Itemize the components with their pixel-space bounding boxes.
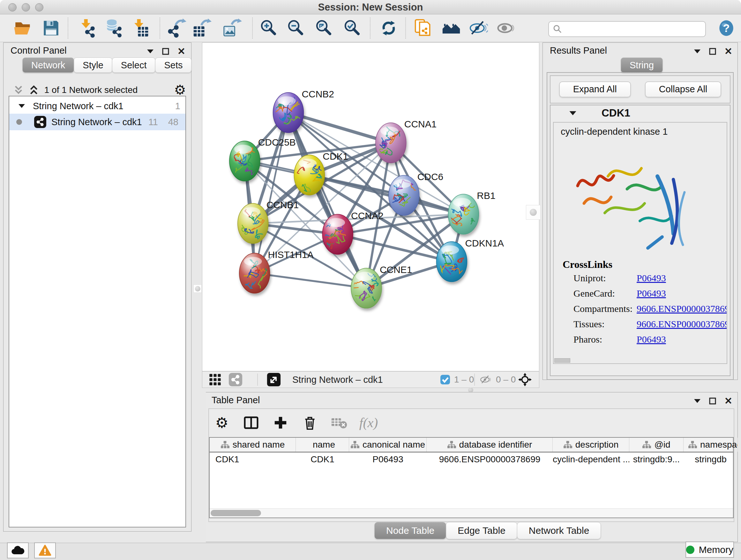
export-image-button[interactable] — [222, 18, 243, 38]
column-header--id[interactable]: @id — [629, 438, 684, 452]
left-splitter-handle[interactable] — [193, 285, 202, 293]
grid-view-button[interactable] — [209, 372, 221, 388]
zoom-out-button[interactable] — [285, 18, 306, 38]
tab-node-table[interactable]: Node Table — [374, 522, 446, 539]
crosslink-tissues-link[interactable]: 9606.ENSP00000378699 — [636, 319, 727, 329]
expanded-triangle-icon[interactable] — [18, 104, 25, 109]
node-ccne1[interactable] — [351, 268, 382, 308]
birdseye-button[interactable] — [518, 372, 532, 388]
add-column-button[interactable] — [271, 415, 290, 430]
delete-column-button[interactable] — [300, 415, 320, 430]
tab-string[interactable]: String — [621, 57, 663, 73]
show-columns-button[interactable] — [242, 415, 261, 430]
table-tabs: Node TableEdge TableNetwork Table — [375, 522, 601, 539]
results-scrollbar-thumb[interactable] — [554, 358, 570, 363]
network-files-button[interactable] — [413, 18, 433, 38]
cell-shared-name[interactable]: CDK1 — [210, 454, 296, 464]
collapse-panel-icon[interactable] — [694, 398, 701, 403]
show-all-button[interactable] — [496, 18, 516, 38]
fit-content-button[interactable] — [313, 18, 334, 38]
zoom-in-button[interactable] — [258, 18, 279, 38]
warnings-button[interactable] — [34, 543, 56, 558]
tab-edge-table[interactable]: Edge Table — [446, 522, 517, 539]
search-input[interactable] — [565, 23, 705, 35]
export-network-button[interactable] — [166, 18, 187, 38]
node-cdc25b[interactable] — [228, 141, 260, 181]
cloud-button[interactable] — [7, 543, 29, 558]
gear-icon[interactable]: ⚙ — [174, 83, 186, 97]
node-result-header[interactable]: CDK1 — [550, 105, 730, 121]
memory-status-dot — [686, 546, 694, 554]
cell-namespace[interactable]: stringdb — [684, 454, 738, 464]
network-graph[interactable]: CCNB2CCNA1CDC25BCDK1CDC6RB1CCNB1CCNA2CDK… — [202, 43, 539, 371]
network-row-selected[interactable]: String Network – cdk1 11 48 — [9, 114, 185, 130]
edge-hist1h1a-ccne1[interactable] — [255, 273, 366, 288]
hide-selected-button[interactable] — [468, 18, 488, 38]
node-cdk1[interactable] — [294, 155, 326, 195]
column-header-description[interactable]: description — [553, 438, 629, 452]
float-panel-icon[interactable] — [709, 48, 716, 55]
node-description: cyclin-dependent kinase 1 — [561, 126, 668, 137]
memory-indicator-button[interactable]: Memory — [685, 542, 734, 558]
network-canvas[interactable]: CCNB2CCNA1CDC25BCDK1CDC6RB1CCNB1CCNA2CDK… — [202, 43, 539, 371]
tab-network[interactable]: Network — [22, 57, 74, 73]
zoom-selected-button[interactable] — [342, 18, 362, 38]
node-ccnb2[interactable] — [268, 92, 304, 133]
right-splitter-handle[interactable] — [526, 205, 541, 220]
close-panel-icon[interactable]: ✕ — [178, 47, 185, 56]
detach-view-button[interactable] — [267, 372, 281, 388]
float-panel-icon[interactable] — [162, 48, 169, 55]
network-view-button[interactable] — [228, 372, 243, 388]
cell-database-identifier[interactable]: 9606.ENSP00000378699 — [427, 454, 553, 464]
collapse-panel-icon[interactable] — [694, 49, 701, 54]
node-cdkn1a[interactable] — [436, 242, 467, 282]
cell-canonical-name[interactable]: P06493 — [349, 454, 427, 464]
help-icon: ? — [717, 19, 736, 37]
collapse-all-button[interactable]: Collapse All — [645, 81, 722, 98]
column-header-namespace[interactable]: namespace — [684, 438, 738, 452]
node-ccna1[interactable] — [376, 123, 406, 163]
table-row[interactable]: CDK1CDK1P064939606.ENSP00000378699cyclin… — [210, 452, 733, 466]
import-table-button[interactable] — [130, 18, 150, 38]
collapse-panel-icon[interactable] — [147, 49, 154, 54]
refresh-button[interactable] — [379, 18, 399, 38]
tab-style[interactable]: Style — [74, 57, 112, 73]
column-header-shared-name[interactable]: shared name — [210, 438, 296, 452]
houses-button[interactable] — [441, 18, 461, 38]
crosslink-compartments-link[interactable]: 9606.ENSP00000378699 — [636, 303, 727, 314]
column-header-database-identifier[interactable]: database identifier — [427, 438, 553, 452]
close-panel-icon[interactable]: ✕ — [724, 396, 732, 406]
close-panel-icon[interactable]: ✕ — [724, 47, 732, 56]
import-network-from-database-button[interactable] — [104, 18, 124, 38]
export-table-button[interactable] — [192, 18, 212, 38]
node-label-cdkn1a: CDKN1A — [465, 238, 503, 248]
import-network-button[interactable] — [77, 18, 97, 38]
expanded-triangle-icon[interactable] — [569, 111, 577, 116]
crosslink-label: Compartments: — [574, 303, 636, 314]
expand-all-button[interactable]: Expand All — [559, 81, 631, 98]
crosslink-uniprot-link[interactable]: P06493 — [636, 273, 666, 284]
node-ccnb1[interactable] — [238, 203, 268, 244]
tab-select[interactable]: Select — [112, 57, 156, 73]
crosslink-label: GeneCard: — [574, 288, 636, 299]
hscrollbar-thumb[interactable] — [211, 510, 261, 516]
tab-sets[interactable]: Sets — [155, 57, 192, 73]
node-cdc6[interactable] — [389, 175, 419, 215]
crosslink-pharos-link[interactable]: P06493 — [636, 334, 666, 345]
network-collection-row[interactable]: String Network – cdk1 1 — [9, 98, 185, 114]
column-header-name[interactable]: name — [296, 438, 349, 452]
tab-network-table[interactable]: Network Table — [517, 522, 601, 539]
table-hscrollbar[interactable] — [210, 508, 733, 517]
cell-description[interactable]: cyclin-dependent ... — [553, 454, 629, 464]
node-hist1h1a[interactable] — [239, 253, 271, 294]
selected-checkbox-icon[interactable] — [440, 374, 450, 385]
crosslink-genecard-link[interactable]: P06493 — [636, 288, 666, 299]
column-header-canonical-name[interactable]: canonical name — [349, 438, 427, 452]
help-button[interactable]: ? — [716, 18, 737, 38]
cell-name[interactable]: CDK1 — [296, 454, 349, 464]
save-session-button[interactable] — [41, 18, 61, 38]
float-panel-icon[interactable] — [709, 397, 716, 405]
open-session-button[interactable] — [12, 18, 32, 38]
table-settings-gear-icon[interactable]: ⚙ — [212, 415, 231, 430]
cell--id[interactable]: stringdb:9... — [629, 454, 684, 464]
